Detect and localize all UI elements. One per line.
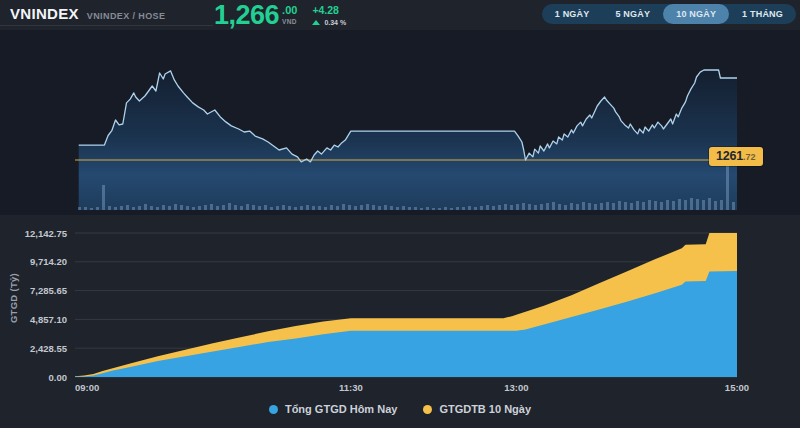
price-value: 1,266 <box>214 0 279 30</box>
price-decimals: .00 <box>282 5 297 16</box>
x-tick-label: 15:00 <box>725 382 749 393</box>
volume-chart-svg: 0.002,428.554,857.107,285.659,714.2012,1… <box>0 215 800 428</box>
legend: Tổng GTGD Hôm NayGTGDTB 10 Ngày <box>0 403 800 415</box>
legend-label: GTGDTB 10 Ngày <box>439 403 531 415</box>
volume-chart[interactable]: 0.002,428.554,857.107,285.659,714.2012,1… <box>0 215 800 428</box>
reference-price-main: 1261 <box>716 149 743 163</box>
up-triangle-icon <box>312 20 320 25</box>
legend-dot-icon <box>423 405 432 414</box>
index-subtitle: VNINDEX / HOSE <box>87 11 166 21</box>
legend-dot-icon <box>269 405 278 414</box>
y-tick-label: 2,428.55 <box>30 343 68 354</box>
y-axis-title: GTGD (Tỷ) <box>8 253 20 343</box>
legend-label: Tổng GTGD Hôm Nay <box>285 403 397 415</box>
legend-item[interactable]: GTGDTB 10 Ngày <box>423 403 531 415</box>
y-tick-label: 9,714.20 <box>30 256 67 267</box>
range-button-1-tháng[interactable]: 1 THÁNG <box>729 4 796 24</box>
reference-price-label: 1261.72 <box>709 147 763 166</box>
price-area-fill <box>79 70 737 210</box>
header-divider <box>0 25 213 26</box>
x-tick-label: 09:00 <box>75 382 99 393</box>
y-tick-label: 4,857.10 <box>30 314 67 325</box>
x-tick-label: 11:30 <box>339 382 363 393</box>
x-tick-label: 13:00 <box>504 382 528 393</box>
price-change: +4.28 <box>312 5 346 16</box>
reference-price-decimals: .72 <box>743 152 756 162</box>
y-tick-label: 0.00 <box>49 372 68 383</box>
price-change-percent: 0.34 % <box>324 19 346 26</box>
price-block: 1,266 .00 VND +4.28 0.34 % <box>214 0 346 30</box>
currency-label: VND <box>282 18 297 25</box>
index-title: VNINDEX <box>10 5 79 22</box>
vnindex-widget: VNINDEX VNINDEX / HOSE 1,266 .00 VND +4.… <box>0 0 800 428</box>
range-button-1-ngày[interactable]: 1 NGÀY <box>542 4 603 24</box>
legend-item[interactable]: Tổng GTGD Hôm Nay <box>269 403 397 415</box>
price-chart-svg <box>0 30 800 215</box>
price-sub-block: .00 VND <box>282 5 297 25</box>
range-button-10-ngày[interactable]: 10 NGÀY <box>663 4 729 24</box>
range-button-group: 1 NGÀY5 NGÀY10 NGÀY1 THÁNG <box>542 4 796 24</box>
y-tick-label: 7,285.65 <box>30 285 68 296</box>
percent-row: 0.34 % <box>312 19 346 26</box>
header-title-block: VNINDEX VNINDEX / HOSE <box>10 5 165 22</box>
range-button-5-ngày[interactable]: 5 NGÀY <box>602 4 663 24</box>
y-tick-label: 12,142.75 <box>25 228 68 239</box>
change-block: +4.28 0.34 % <box>312 5 346 26</box>
price-chart[interactable] <box>0 30 800 215</box>
